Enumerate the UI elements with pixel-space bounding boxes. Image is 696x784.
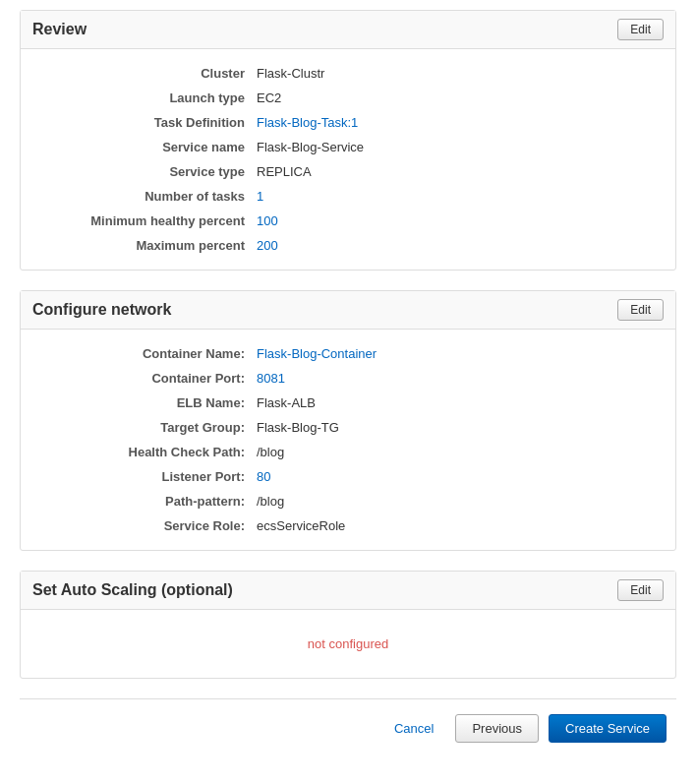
field-label: Listener Port: [21,469,257,484]
field-value: Flask-Blog-Service [257,140,364,154]
field-row: Launch type EC2 [21,86,675,110]
footer: Cancel Previous Create Service [20,698,676,753]
field-value: /blog [257,494,284,509]
create-service-button[interactable]: Create Service [549,714,667,743]
field-label: Path-pattern: [21,494,257,509]
autoscaling-edit-button[interactable]: Edit [617,579,664,601]
field-row: Minimum healthy percent 100 [21,209,675,233]
field-row: Service name Flask-Blog-Service [21,135,675,159]
field-row: Path-pattern: /blog [21,489,675,513]
field-row: Service Role: ecsServiceRole [21,513,675,538]
field-value: Flask-Blog-Task:1 [257,115,358,130]
network-section: Configure network Edit Container Name: F… [20,290,676,551]
field-value: Flask-ALB [257,395,316,410]
field-label: Container Port: [21,371,257,386]
field-row: Number of tasks 1 [21,184,675,209]
field-row: Maximum percent 200 [21,233,675,258]
field-label: ELB Name: [21,395,257,410]
field-row: Container Name: Flask-Blog-Container [21,341,675,366]
field-row: ELB Name: Flask-ALB [21,391,675,415]
field-value: /blog [257,445,284,459]
autoscaling-section: Set Auto Scaling (optional) Edit not con… [20,571,676,679]
review-section: Review Edit Cluster Flask-Clustr Launch … [20,10,676,271]
network-section-header: Configure network Edit [21,291,675,330]
field-label: Maximum percent [21,238,257,253]
field-label: Number of tasks [21,189,257,204]
field-label: Health Check Path: [21,445,257,459]
field-row: Target Group: Flask-Blog-TG [21,415,675,440]
field-row: Container Port: 8081 [21,366,675,391]
field-label: Cluster [21,66,257,81]
field-label: Target Group: [21,420,257,435]
previous-button[interactable]: Previous [455,714,539,743]
not-configured-text: not configured [21,622,675,666]
field-value: 200 [257,238,278,253]
network-section-title: Configure network [32,301,171,319]
field-row: Health Check Path: /blog [21,440,675,464]
autoscaling-section-body: not configured [21,610,675,678]
field-value: Flask-Blog-Container [257,346,377,361]
field-label: Service type [21,164,257,179]
field-value: 100 [257,213,278,228]
field-row: Cluster Flask-Clustr [21,61,675,86]
review-section-header: Review Edit [21,11,675,49]
field-label: Service Role: [21,518,257,533]
page-container: Review Edit Cluster Flask-Clustr Launch … [0,0,696,772]
review-section-body: Cluster Flask-Clustr Launch type EC2 Tas… [21,49,675,270]
field-label: Launch type [21,90,257,105]
review-section-title: Review [32,21,87,38]
field-value: 8081 [257,371,285,386]
field-label: Service name [21,140,257,154]
field-row: Task Definition Flask-Blog-Task:1 [21,110,675,135]
network-edit-button[interactable]: Edit [617,299,664,321]
field-row: Listener Port: 80 [21,464,675,489]
field-value: ecsServiceRole [257,518,345,533]
review-edit-button[interactable]: Edit [617,19,664,40]
field-label: Container Name: [21,346,257,361]
autoscaling-section-header: Set Auto Scaling (optional) Edit [21,572,675,610]
field-value: 80 [257,469,270,484]
network-section-body: Container Name: Flask-Blog-Container Con… [21,330,675,550]
field-value: Flask-Clustr [257,66,324,81]
field-value: REPLICA [257,164,312,179]
cancel-button[interactable]: Cancel [382,715,445,742]
field-label: Task Definition [21,115,257,130]
field-value: 1 [257,189,263,204]
field-row: Service type REPLICA [21,159,675,184]
field-value: EC2 [257,90,281,105]
field-value: Flask-Blog-TG [257,420,339,435]
autoscaling-section-title: Set Auto Scaling (optional) [32,581,233,599]
field-label: Minimum healthy percent [21,213,257,228]
